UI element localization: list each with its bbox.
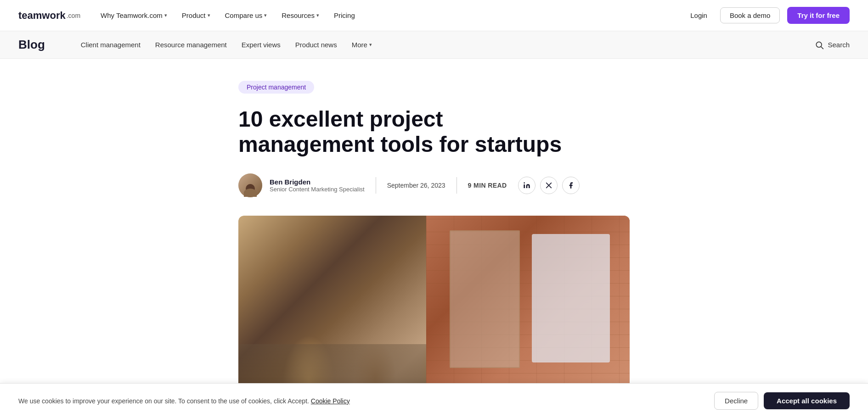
nav-why-teamwork[interactable]: Why Teamwork.com ▾ <box>95 8 173 23</box>
avatar-image <box>238 173 262 197</box>
divider <box>457 177 457 194</box>
hero-image <box>238 216 630 399</box>
nav-pricing[interactable]: Pricing <box>328 8 361 23</box>
divider <box>376 177 376 194</box>
blog-nav-resource-management[interactable]: Resource management <box>149 37 233 52</box>
blog-nav-more[interactable]: More ▾ <box>345 37 378 52</box>
chevron-down-icon: ▾ <box>369 42 372 48</box>
nav-compare[interactable]: Compare us ▾ <box>220 8 273 23</box>
linkedin-icon <box>523 182 530 189</box>
hero-image-container <box>238 216 630 399</box>
cookie-banner: We use cookies to improve your experienc… <box>0 383 868 418</box>
cookie-text: We use cookies to improve your experienc… <box>18 397 705 405</box>
top-nav: teamwork.com Why Teamwork.com ▾ Product … <box>0 0 868 31</box>
chevron-down-icon: ▾ <box>316 12 319 18</box>
search-button[interactable]: Search <box>815 40 850 50</box>
author-row: Ben Brigden Senior Content Marketing Spe… <box>238 173 630 197</box>
book-demo-button[interactable]: Book a demo <box>720 7 780 23</box>
login-link[interactable]: Login <box>685 8 713 23</box>
logo-text: teamwork <box>18 10 66 22</box>
search-icon <box>815 40 824 50</box>
blog-nav: Blog Client management Resource manageme… <box>0 31 868 59</box>
social-icons <box>518 177 580 194</box>
svg-line-1 <box>821 46 823 49</box>
cookie-actions: Decline Accept all cookies <box>714 392 850 410</box>
cookie-policy-link[interactable]: Cookie Policy <box>311 397 350 405</box>
nav-product[interactable]: Product ▾ <box>176 8 216 23</box>
blog-nav-links: Client management Resource management Ex… <box>74 37 797 52</box>
blog-nav-product-news[interactable]: Product news <box>289 37 344 52</box>
blog-nav-expert-views[interactable]: Expert views <box>235 37 287 52</box>
main-content: Project management 10 excellent project … <box>227 59 641 418</box>
decline-button[interactable]: Decline <box>714 392 758 410</box>
top-nav-left: teamwork.com Why Teamwork.com ▾ Product … <box>18 8 361 23</box>
twitter-share-button[interactable] <box>540 177 558 194</box>
facebook-icon <box>567 182 575 189</box>
article-date: September 26, 2023 <box>387 182 445 189</box>
chevron-down-icon: ▾ <box>264 12 267 18</box>
svg-rect-2 <box>524 184 525 188</box>
nav-resources[interactable]: Resources ▾ <box>276 8 325 23</box>
read-time: 9 MIN READ <box>468 182 507 189</box>
svg-point-3 <box>524 183 525 184</box>
chevron-down-icon: ▾ <box>208 12 210 18</box>
try-free-button[interactable]: Try it for free <box>787 7 850 24</box>
facebook-share-button[interactable] <box>562 177 580 194</box>
avatar <box>238 173 262 197</box>
accept-cookies-button[interactable]: Accept all cookies <box>764 392 850 409</box>
blog-title: Blog <box>18 38 45 52</box>
blog-nav-client-management[interactable]: Client management <box>74 37 147 52</box>
top-nav-right: Login Book a demo Try it for free <box>685 7 850 24</box>
author-name: Ben Brigden <box>270 178 365 186</box>
logo[interactable]: teamwork.com <box>18 10 80 22</box>
linkedin-share-button[interactable] <box>518 177 535 194</box>
author-info: Ben Brigden Senior Content Marketing Spe… <box>270 178 365 193</box>
chevron-down-icon: ▾ <box>164 12 167 18</box>
category-badge[interactable]: Project management <box>238 81 314 94</box>
search-label: Search <box>828 41 850 49</box>
twitter-icon <box>545 182 552 189</box>
top-nav-links: Why Teamwork.com ▾ Product ▾ Compare us … <box>95 8 361 23</box>
logo-dotcom: .com <box>67 12 80 19</box>
article-title: 10 excellent project management tools fo… <box>238 106 606 157</box>
author-title: Senior Content Marketing Specialist <box>270 186 365 193</box>
